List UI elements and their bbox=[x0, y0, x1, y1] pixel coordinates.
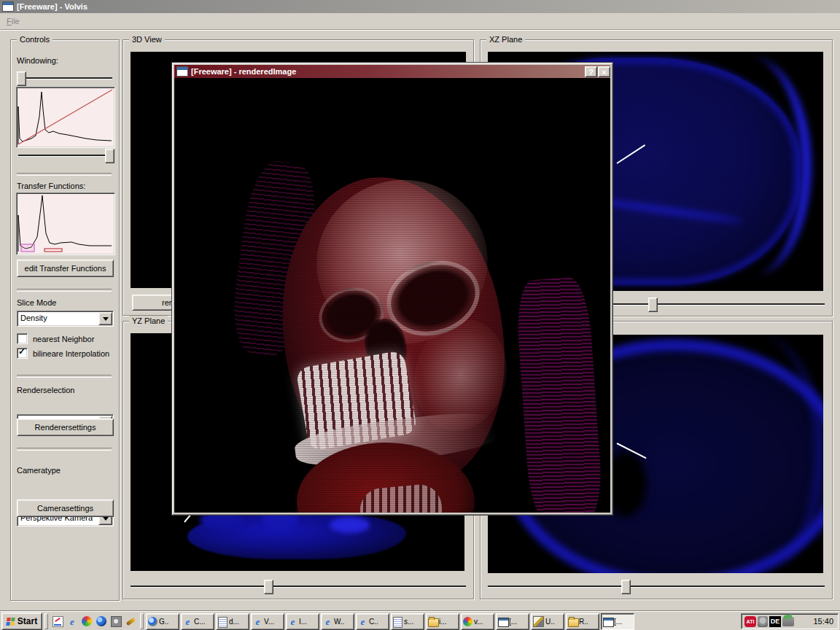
nearest-neighbor-checkbox[interactable] bbox=[17, 333, 28, 344]
rendered-image-canvas bbox=[174, 78, 610, 513]
yz-plane-slider[interactable] bbox=[129, 580, 467, 593]
window-title: [Freeware] - Volvis bbox=[17, 2, 88, 11]
nearest-neighbor-label: nearest Neighbor bbox=[33, 335, 94, 343]
xy-plane-slider[interactable] bbox=[486, 580, 826, 593]
xz-ct-occipital-arc bbox=[707, 56, 812, 275]
windowing-min-slider[interactable] bbox=[17, 71, 114, 85]
separator bbox=[17, 375, 112, 378]
tools-app-icon bbox=[533, 616, 544, 627]
slider-thumb[interactable] bbox=[105, 149, 114, 163]
printer-tray-icon[interactable] bbox=[782, 617, 794, 626]
utility-tray-icon[interactable] bbox=[758, 616, 768, 627]
rendered-image-window-icon bbox=[176, 66, 188, 77]
internet-explorer-icon: e bbox=[183, 617, 192, 626]
controls-group: Controls Windowing: Transfer Functions: bbox=[10, 39, 120, 601]
task-button[interactable]: v... bbox=[461, 613, 494, 630]
transfer-functions-label: Transfer Functions: bbox=[17, 182, 85, 190]
slice-mode-dropdown-button[interactable] bbox=[98, 312, 112, 325]
camerasettings-label: Camerasettings bbox=[37, 504, 93, 513]
task-button[interactable]: e V... bbox=[251, 613, 284, 630]
ati-tray-icon[interactable]: ATI bbox=[744, 616, 756, 627]
chevron-down-icon bbox=[103, 517, 109, 524]
scanline-overlay bbox=[174, 78, 610, 513]
slider-track[interactable] bbox=[488, 586, 825, 587]
quicklaunch-show-desktop-icon[interactable] bbox=[50, 614, 65, 629]
view3d-group-label: 3D View bbox=[129, 34, 165, 44]
cameratype-label: Cameratype bbox=[17, 466, 61, 475]
quicklaunch-brush-icon[interactable] bbox=[123, 614, 138, 629]
quicklaunch-media-pinwheel-icon[interactable] bbox=[79, 614, 94, 629]
task-button[interactable]: i... bbox=[426, 613, 459, 630]
camerasettings-button[interactable]: Camerasettings bbox=[17, 499, 114, 517]
rendered-close-button[interactable]: × bbox=[598, 66, 610, 77]
help-button[interactable]: ? bbox=[585, 66, 597, 77]
slider-track[interactable] bbox=[18, 77, 112, 79]
slider-track[interactable] bbox=[18, 155, 112, 156]
internet-explorer-icon: e bbox=[323, 617, 332, 626]
internet-explorer-icon: e bbox=[253, 617, 262, 626]
bilinear-row[interactable]: ✓ bilineare Interpolation bbox=[17, 348, 119, 359]
task-button[interactable]: e I... bbox=[286, 613, 319, 630]
task-button[interactable]: s... bbox=[391, 613, 424, 630]
clock: 15:40 bbox=[813, 617, 833, 626]
task-button-active[interactable]: [... bbox=[601, 613, 634, 630]
slider-thumb[interactable] bbox=[648, 298, 658, 312]
quicklaunch-download-swirl-icon[interactable] bbox=[94, 614, 109, 629]
bilinear-checkbox[interactable]: ✓ bbox=[17, 348, 28, 359]
yz-slice-indicator-line bbox=[184, 515, 190, 522]
app-icon bbox=[2, 1, 14, 12]
chevron-down-icon bbox=[103, 317, 109, 324]
task-button[interactable]: e C.. bbox=[356, 613, 389, 630]
windowing-max-slider[interactable] bbox=[17, 149, 114, 162]
quicklaunch-viewer-icon[interactable] bbox=[109, 614, 123, 629]
internet-explorer-icon: e bbox=[358, 617, 368, 626]
start-button[interactable]: Start bbox=[1, 612, 42, 630]
windowing-label: Windowing: bbox=[17, 56, 58, 65]
task-button[interactable]: R.. bbox=[566, 613, 599, 630]
renderersettings-label: Renderersettings bbox=[35, 423, 96, 432]
windowing-histogram-plot bbox=[17, 88, 113, 146]
menu-file[interactable]: File bbox=[0, 17, 20, 26]
task-button[interactable]: e W.. bbox=[321, 613, 354, 630]
app-window-icon bbox=[498, 618, 509, 627]
volvis-app-window: [Freeware] - Volvis × File Controls Wind… bbox=[0, 0, 840, 630]
renderersettings-button[interactable]: Renderersettings bbox=[17, 419, 114, 436]
quicklaunch-internet-explorer-icon[interactable]: e bbox=[65, 614, 79, 629]
task-button[interactable]: e C... bbox=[181, 613, 214, 630]
taskbar-grip[interactable] bbox=[44, 613, 48, 629]
slider-thumb[interactable] bbox=[621, 580, 631, 594]
tf-widget-red bbox=[44, 249, 62, 252]
controls-group-label: Controls bbox=[17, 34, 52, 44]
windows-logo-icon bbox=[6, 618, 16, 626]
windowing-histogram[interactable] bbox=[16, 87, 115, 148]
separator bbox=[17, 448, 112, 451]
slice-mode-value: Density bbox=[20, 313, 98, 324]
taskbar-grip[interactable] bbox=[140, 613, 144, 629]
transfer-histogram-plot bbox=[17, 193, 113, 253]
task-button[interactable]: [... bbox=[496, 613, 529, 630]
yz-plane-group-label: YZ Plane bbox=[129, 316, 168, 326]
transfer-functions-preview bbox=[16, 192, 115, 255]
separator bbox=[17, 173, 112, 176]
menubar: File bbox=[0, 13, 840, 30]
folder-icon bbox=[428, 618, 439, 627]
bilinear-label: bilineare Interpolation bbox=[33, 349, 109, 358]
slice-mode-combo[interactable]: Density bbox=[17, 311, 114, 327]
edit-transfer-functions-button[interactable]: edit Transfer Functions bbox=[17, 260, 114, 277]
language-indicator[interactable]: DE bbox=[769, 616, 781, 627]
task-button[interactable]: d... bbox=[216, 613, 249, 630]
slider-thumb[interactable] bbox=[264, 580, 273, 594]
edit-transfer-functions-label: edit Transfer Functions bbox=[25, 264, 106, 273]
slider-track[interactable] bbox=[131, 586, 466, 587]
windowing-ramp-line bbox=[18, 90, 112, 144]
nearest-neighbor-row[interactable]: nearest Neighbor bbox=[17, 333, 117, 344]
taskbar: Start e G.. bbox=[0, 611, 840, 630]
xz-plane-group-label: XZ Plane bbox=[486, 34, 525, 44]
rendered-image-titlebar[interactable]: [Freeware] - renderedImage ? × bbox=[174, 65, 610, 78]
task-button[interactable]: U.. bbox=[531, 613, 564, 630]
task-button[interactable]: G.. bbox=[146, 613, 179, 630]
rendered-image-title: [Freeware] - renderedImage bbox=[191, 67, 296, 76]
slider-thumb[interactable] bbox=[17, 71, 26, 86]
folder-icon bbox=[568, 618, 579, 627]
render-button[interactable]: ren bbox=[132, 295, 176, 311]
